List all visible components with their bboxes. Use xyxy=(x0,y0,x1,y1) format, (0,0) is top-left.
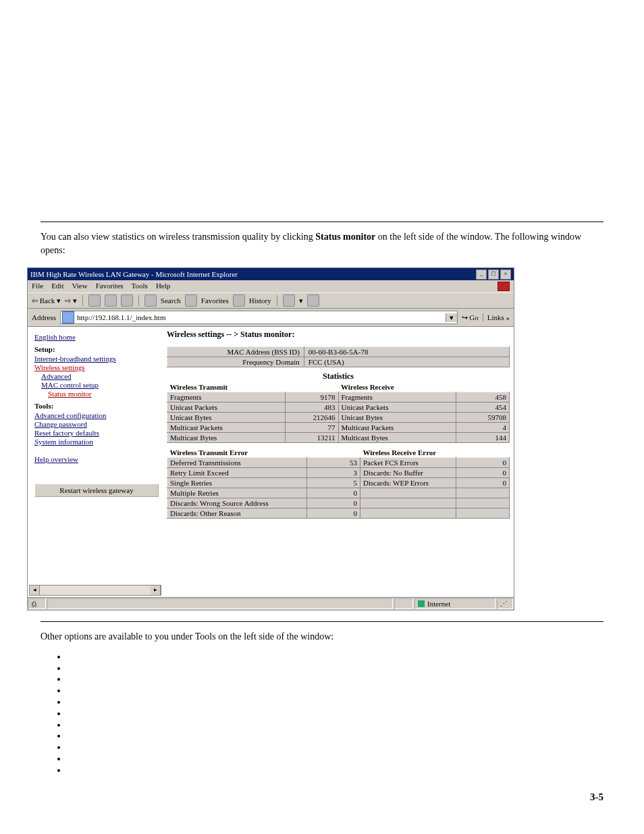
list-item xyxy=(68,708,603,720)
stat-label: Packet FCS Errors xyxy=(360,458,456,468)
stat-label: Discards: Wrong Source Address xyxy=(167,498,307,509)
link-wireless-settings[interactable]: Wireless settings xyxy=(34,363,159,371)
stat-value: 144 xyxy=(456,433,510,443)
link-advanced-config[interactable]: Advanced configuration xyxy=(34,411,159,419)
screenshot-ie-window: IBM High Rate Wireless LAN Gateway - Mic… xyxy=(27,267,514,610)
status-bar: ⎙ Internet ⋰ xyxy=(28,597,514,610)
address-input[interactable] xyxy=(76,313,446,321)
stat-value: 53 xyxy=(306,458,360,468)
stat-value: 13211 xyxy=(285,433,338,443)
link-reset-defaults[interactable]: Reset factory defaults xyxy=(34,429,159,437)
stat-value: 454 xyxy=(456,402,510,413)
stat-value: 9178 xyxy=(285,392,338,402)
search-label[interactable]: Search xyxy=(161,296,181,305)
menu-edit[interactable]: Edit xyxy=(51,282,63,291)
stat-label: Unicast Bytes xyxy=(338,413,456,423)
status-zone: Internet xyxy=(414,598,495,609)
refresh-icon[interactable] xyxy=(105,294,117,307)
list-item xyxy=(68,720,603,731)
error-table: Wireless Transmit Error Wireless Receive… xyxy=(167,443,510,519)
tools-bullet-list xyxy=(68,652,603,777)
globe-icon xyxy=(418,600,425,607)
history-icon[interactable] xyxy=(233,294,245,307)
stat-label: Multiple Retries xyxy=(167,488,307,498)
maximize-button[interactable]: □ xyxy=(488,269,499,280)
rx-header: Wireless Receive xyxy=(338,383,510,392)
status-text xyxy=(47,598,393,609)
mac-table: MAC Address (BSS ID) 00-60-B3-66-5A-78 F… xyxy=(167,346,510,367)
list-item xyxy=(68,754,603,765)
stat-label: Multicast Bytes xyxy=(338,433,456,443)
scroll-left-icon[interactable]: ◂ xyxy=(30,585,40,595)
menu-view[interactable]: View xyxy=(72,282,87,291)
sidebar-scrollbar[interactable]: ◂ ▸ xyxy=(29,585,161,596)
statistics-header: Statistics xyxy=(167,371,510,382)
menu-tools[interactable]: Tools xyxy=(132,282,148,291)
list-item xyxy=(68,652,603,663)
menu-bar[interactable]: File Edit View Favorites Tools Help xyxy=(28,280,514,292)
history-label[interactable]: History xyxy=(249,296,271,305)
scroll-right-icon[interactable]: ▸ xyxy=(151,585,161,595)
stat-value: 4 xyxy=(456,423,510,433)
close-button[interactable]: × xyxy=(500,269,511,280)
back-button[interactable]: ⇦ Back ▾ xyxy=(32,296,61,305)
sidebar: English home Setup: Internet-broadband s… xyxy=(28,327,163,597)
mail-icon[interactable] xyxy=(283,294,295,307)
address-dropdown[interactable]: ▾ xyxy=(446,313,457,322)
link-status-monitor[interactable]: Status monitor xyxy=(48,390,159,398)
stat-value: 483 xyxy=(285,402,338,413)
stat-value: 0 xyxy=(456,458,510,468)
link-internet-settings[interactable]: Internet-broadband settings xyxy=(34,355,159,363)
home-icon[interactable] xyxy=(121,294,133,307)
status-icon: ⎙ xyxy=(28,598,46,609)
stat-label: Fragments xyxy=(167,392,286,402)
link-advanced[interactable]: Advanced xyxy=(41,372,159,380)
rxe-header: Wireless Receive Error xyxy=(360,443,509,458)
list-item xyxy=(68,731,603,742)
stat-label: Multicast Bytes xyxy=(167,433,286,443)
menu-file[interactable]: File xyxy=(32,282,43,291)
menu-help[interactable]: Help xyxy=(156,282,170,291)
stop-icon[interactable] xyxy=(88,294,101,307)
list-item xyxy=(68,742,603,754)
resize-grip[interactable]: ⋰ xyxy=(497,598,513,609)
stat-label: Discards: No Buffer xyxy=(360,468,456,478)
stat-value: 0 xyxy=(456,468,510,478)
search-icon[interactable] xyxy=(144,294,157,307)
stat-label: Discards: WEP Errors xyxy=(360,478,456,488)
minimize-button[interactable]: _ xyxy=(476,269,487,280)
stat-value: 0 xyxy=(456,478,510,488)
title-bar[interactable]: IBM High Rate Wireless LAN Gateway - Mic… xyxy=(28,268,514,280)
tools-paragraph: Other options are available to you under… xyxy=(41,630,603,644)
address-bar: Address ▾ ↪ Go Links » xyxy=(28,309,514,327)
link-english-home[interactable]: English home xyxy=(34,333,159,341)
links-button[interactable]: Links » xyxy=(483,313,510,321)
stat-value: 0 xyxy=(306,498,360,509)
freq-value: FCC (USA) xyxy=(304,357,509,367)
paragraph-intro: You can also view statistics on wireless… xyxy=(41,230,603,257)
statistics-table: Wireless Transmit Wireless Receive Fragm… xyxy=(167,383,510,443)
link-change-password[interactable]: Change password xyxy=(34,420,159,428)
favorites-label[interactable]: Favorites xyxy=(201,296,229,305)
page-icon xyxy=(62,311,74,323)
link-system-info[interactable]: System information xyxy=(34,438,159,446)
page-number: 3-5 xyxy=(41,790,603,804)
stat-label: Single Retries xyxy=(167,478,307,488)
forward-button[interactable]: ⇨ ▾ xyxy=(65,296,77,305)
stat-value: 0 xyxy=(306,488,360,498)
stat-value xyxy=(456,488,510,498)
menu-favorites[interactable]: Favorites xyxy=(96,282,124,291)
intro-bold: Status monitor xyxy=(315,232,375,242)
stat-value: 458 xyxy=(456,392,510,402)
restart-button[interactable]: Restart wireless gateway xyxy=(34,484,159,497)
go-button[interactable]: ↪ Go xyxy=(462,313,478,322)
stat-label xyxy=(360,509,456,519)
print-icon[interactable] xyxy=(307,294,319,307)
link-help-overview[interactable]: Help overview xyxy=(34,455,159,463)
favorites-icon[interactable] xyxy=(185,294,197,307)
link-mac-control[interactable]: MAC control setup xyxy=(41,381,159,389)
stat-label: Unicast Packets xyxy=(167,402,286,413)
txe-header: Wireless Transmit Error xyxy=(167,443,360,458)
list-item xyxy=(68,685,603,697)
stat-label: Unicast Bytes xyxy=(167,413,286,423)
